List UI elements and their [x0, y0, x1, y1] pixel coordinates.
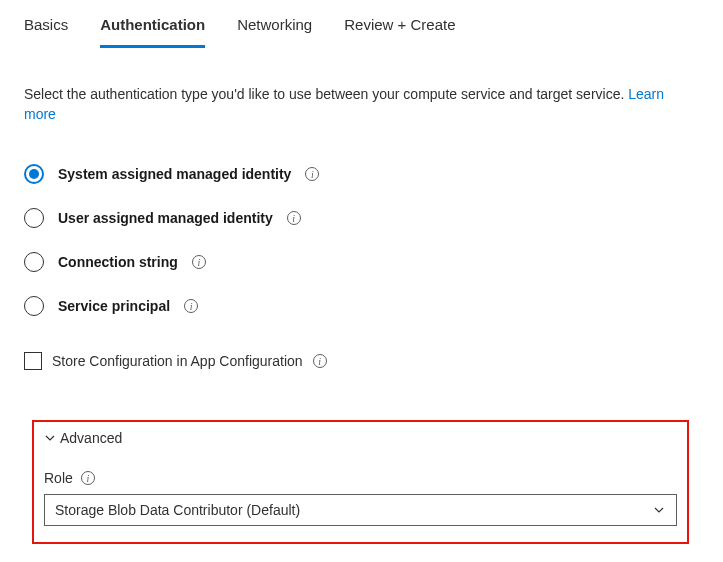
role-select[interactable]: Storage Blob Data Contributor (Default): [44, 494, 677, 526]
chevron-down-icon: [652, 503, 666, 517]
intro-text: Select the authentication type you'd lik…: [24, 84, 699, 124]
store-config-row: Store Configuration in App Configuration…: [24, 352, 699, 370]
radio-label-service-principal: Service principal: [58, 298, 170, 314]
tab-networking[interactable]: Networking: [237, 16, 312, 48]
radio-connection-string[interactable]: [24, 252, 44, 272]
intro-text-body: Select the authentication type you'd lik…: [24, 86, 628, 102]
info-icon[interactable]: i: [287, 211, 301, 225]
role-label-row: Role i: [44, 470, 677, 486]
radio-label-user-assigned: User assigned managed identity: [58, 210, 273, 226]
info-icon[interactable]: i: [192, 255, 206, 269]
advanced-label: Advanced: [60, 430, 122, 446]
radio-row-connection-string: Connection string i: [24, 252, 699, 272]
tab-review-create[interactable]: Review + Create: [344, 16, 455, 48]
role-select-value: Storage Blob Data Contributor (Default): [55, 502, 300, 518]
radio-label-connection-string: Connection string: [58, 254, 178, 270]
store-config-checkbox[interactable]: [24, 352, 42, 370]
radio-row-user-assigned: User assigned managed identity i: [24, 208, 699, 228]
tab-basics[interactable]: Basics: [24, 16, 68, 48]
store-config-label: Store Configuration in App Configuration: [52, 353, 303, 369]
tabs: Basics Authentication Networking Review …: [0, 0, 723, 48]
info-icon[interactable]: i: [81, 471, 95, 485]
info-icon[interactable]: i: [305, 167, 319, 181]
role-label: Role: [44, 470, 73, 486]
advanced-toggle[interactable]: Advanced: [44, 430, 677, 446]
tab-authentication[interactable]: Authentication: [100, 16, 205, 48]
info-icon[interactable]: i: [313, 354, 327, 368]
radio-user-assigned[interactable]: [24, 208, 44, 228]
radio-system-assigned[interactable]: [24, 164, 44, 184]
radio-row-system-assigned: System assigned managed identity i: [24, 164, 699, 184]
radio-service-principal[interactable]: [24, 296, 44, 316]
auth-type-radio-group: System assigned managed identity i User …: [24, 164, 699, 316]
advanced-section: Advanced Role i Storage Blob Data Contri…: [32, 420, 689, 544]
radio-label-system-assigned: System assigned managed identity: [58, 166, 291, 182]
info-icon[interactable]: i: [184, 299, 198, 313]
content-area: Select the authentication type you'd lik…: [0, 48, 723, 560]
radio-row-service-principal: Service principal i: [24, 296, 699, 316]
chevron-down-icon: [44, 432, 56, 444]
